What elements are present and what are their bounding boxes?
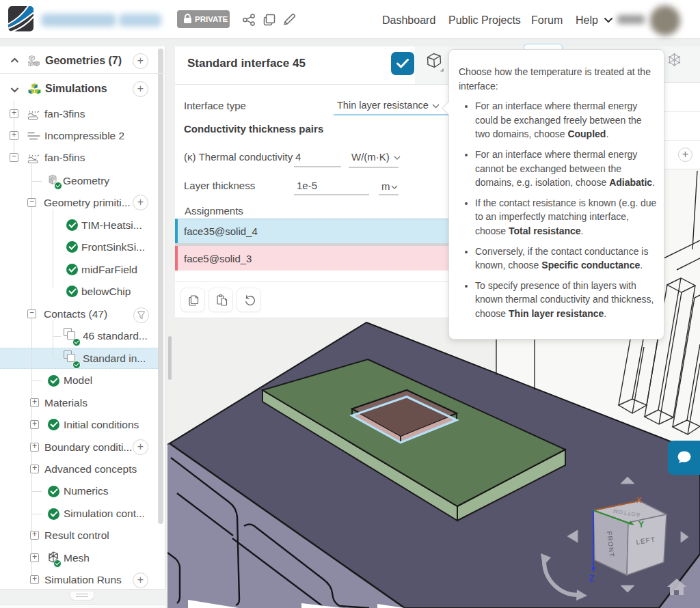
svg-text:X: X <box>636 496 642 504</box>
svg-text:Y: Y <box>638 520 644 529</box>
svg-text:Z: Z <box>589 574 594 583</box>
